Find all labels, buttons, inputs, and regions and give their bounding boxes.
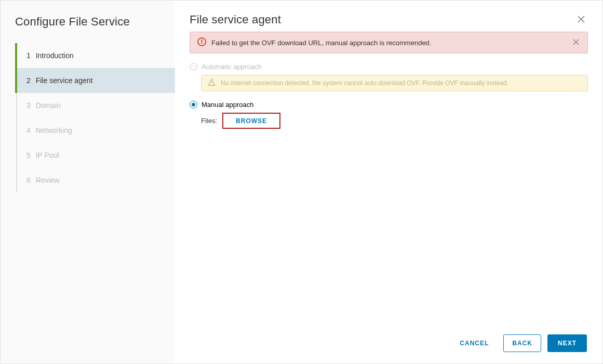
automatic-content: No internet connection detected, the sys… — [201, 75, 588, 91]
wizard-sidebar: Configure File Service 1 Introduction 2 … — [1, 1, 175, 363]
step-introduction[interactable]: 1 Introduction — [15, 43, 175, 68]
step-label: Networking — [36, 126, 72, 134]
warning-alert: No internet connection detected, the sys… — [201, 75, 588, 91]
automatic-radio-label: Automatic approach — [202, 63, 262, 71]
automatic-radio-row: Automatic approach — [190, 63, 588, 71]
error-icon — [197, 37, 206, 48]
back-button[interactable]: BACK — [503, 334, 541, 352]
svg-rect-1 — [202, 39, 203, 43]
page-title: File service agent — [190, 13, 281, 26]
step-ip-pool: 5 IP Pool — [15, 143, 175, 168]
manual-radio-label: Manual approach — [202, 101, 253, 109]
manual-content: Files: BROWSE — [201, 113, 588, 129]
step-domain: 3 Domain — [15, 93, 175, 118]
cancel-button[interactable]: CANCEL — [451, 335, 497, 352]
step-file-service-agent[interactable]: 2 File service agent — [15, 68, 175, 93]
step-num: 3 — [26, 101, 31, 110]
browse-highlight: BROWSE — [222, 113, 280, 129]
step-num: 4 — [26, 126, 31, 134]
step-networking: 4 Networking — [15, 118, 175, 143]
wizard-footer: CANCEL BACK NEXT — [175, 325, 602, 363]
step-num: 6 — [26, 176, 31, 184]
close-icon — [573, 39, 579, 45]
close-icon — [578, 16, 585, 23]
step-label: Domain — [36, 101, 61, 110]
error-close-button[interactable] — [572, 37, 580, 48]
warning-text: No internet connection detected, the sys… — [221, 79, 508, 87]
main-body: Failed to get the OVF download URL, manu… — [175, 32, 602, 325]
warning-icon — [208, 78, 216, 88]
step-num: 2 — [26, 76, 31, 85]
next-button[interactable]: NEXT — [547, 334, 587, 352]
step-review: 6 Review — [15, 168, 175, 193]
step-label: File service agent — [36, 76, 93, 85]
manual-radio[interactable] — [190, 101, 197, 109]
step-num: 1 — [26, 51, 31, 60]
svg-rect-4 — [211, 84, 212, 84]
step-num: 5 — [26, 151, 31, 159]
step-label: IP Pool — [36, 151, 59, 159]
automatic-radio — [190, 63, 197, 71]
step-label: Review — [36, 176, 60, 184]
error-text: Failed to get the OVF download URL, manu… — [211, 39, 431, 47]
sidebar-title: Configure File Service — [15, 15, 175, 29]
manual-approach-section: Manual approach Files: BROWSE — [190, 101, 588, 129]
main-header: File service agent — [175, 1, 602, 32]
files-row: Files: BROWSE — [201, 113, 588, 129]
step-list: 1 Introduction 2 File service agent 3 Do… — [16, 43, 175, 193]
svg-rect-3 — [211, 81, 212, 83]
main-panel: File service agent Failed to get the OVF… — [175, 1, 602, 363]
automatic-approach-section: Automatic approach No internet connectio… — [190, 63, 588, 91]
error-alert: Failed to get the OVF download URL, manu… — [190, 32, 588, 53]
close-button[interactable] — [575, 14, 587, 26]
files-label: Files: — [201, 117, 217, 125]
browse-button[interactable]: BROWSE — [236, 117, 267, 125]
svg-rect-2 — [202, 43, 203, 44]
step-label: Introduction — [36, 51, 74, 60]
manual-radio-row[interactable]: Manual approach — [190, 101, 588, 109]
